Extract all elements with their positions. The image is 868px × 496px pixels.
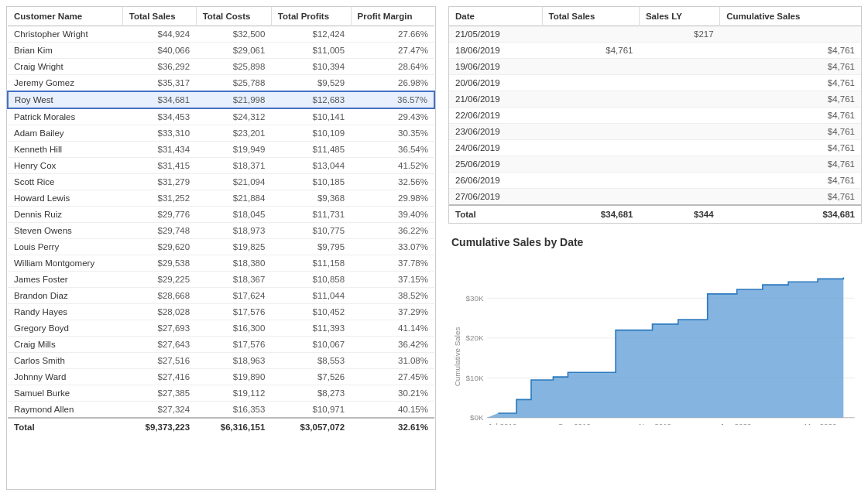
customer-name-cell: Christopher Wright xyxy=(8,26,122,43)
table-row[interactable]: Brandon Diaz$28,668$17,624$11,04438.52% xyxy=(8,288,434,304)
table-row[interactable]: 21/05/2019$217 xyxy=(449,26,861,43)
svg-text:$10K: $10K xyxy=(466,374,484,382)
value-cell: 39.40% xyxy=(351,207,434,223)
value-cell: $29,061 xyxy=(196,43,271,59)
table-row[interactable]: Johnny Ward$27,416$19,890$7,52627.45% xyxy=(8,369,434,385)
value-cell: $27,693 xyxy=(122,320,196,337)
table-row[interactable]: Brian Kim$40,066$29,061$11,00527.47% xyxy=(8,43,434,59)
value-cell: $4,761 xyxy=(720,108,861,124)
value-cell: $19,890 xyxy=(196,369,271,385)
table-row[interactable]: 27/06/2019$4,761 xyxy=(449,189,861,206)
value-cell: $18,973 xyxy=(196,223,271,239)
date-cell: 26/06/2019 xyxy=(449,173,542,189)
left-table-wrapper[interactable]: Customer Name Total Sales Total Costs To… xyxy=(7,7,435,489)
left-table-scroll-area: Customer Name Total Sales Total Costs To… xyxy=(7,7,435,489)
table-row[interactable]: 18/06/2019$4,761$4,761 xyxy=(449,43,861,59)
table-row[interactable]: 24/06/2019$4,761 xyxy=(449,140,861,156)
table-row[interactable]: Gregory Boyd$27,693$16,300$11,39341.14% xyxy=(8,320,434,337)
value-cell: $7,526 xyxy=(271,369,351,385)
value-cell: 27.45% xyxy=(351,369,434,385)
right-table-wrapper[interactable]: Date Total Sales Sales LY Cumulative Sal… xyxy=(449,7,861,223)
value-cell xyxy=(542,140,639,156)
table-row[interactable]: Jeremy Gomez$35,317$25,788$9,52926.98% xyxy=(8,75,434,92)
table-row[interactable]: Steven Owens$29,748$18,973$10,77536.22% xyxy=(8,223,434,239)
table-row[interactable]: Christopher Wright$44,924$32,500$12,4242… xyxy=(8,26,434,43)
table-row[interactable]: 21/06/2019$4,761 xyxy=(449,91,861,108)
customer-name-cell: Brian Kim xyxy=(8,43,122,59)
table-row[interactable]: 25/06/2019$4,761 xyxy=(449,156,861,173)
value-cell: 36.22% xyxy=(351,223,434,239)
value-cell: $21,884 xyxy=(196,190,271,207)
customer-name-cell: Louis Perry xyxy=(8,239,122,255)
value-cell: $27,324 xyxy=(122,402,196,419)
table-row[interactable]: 23/06/2019$4,761 xyxy=(449,124,861,140)
table-row[interactable]: William Montgomery$29,538$18,380$11,1583… xyxy=(8,255,434,272)
footer-label: Total xyxy=(449,205,542,223)
table-row[interactable]: 26/06/2019$4,761 xyxy=(449,173,861,189)
value-cell xyxy=(639,91,719,108)
col-total-profits[interactable]: Total Profits xyxy=(271,7,351,26)
customer-name-cell: Adam Bailey xyxy=(8,125,122,142)
table-row[interactable]: Carlos Smith$27,516$18,963$8,55331.08% xyxy=(8,353,434,369)
col-sales-ly[interactable]: Sales LY xyxy=(639,7,719,26)
value-cell xyxy=(639,43,719,59)
value-cell xyxy=(542,26,639,43)
value-cell: $4,761 xyxy=(542,43,639,59)
value-cell: 38.52% xyxy=(351,288,434,304)
date-cell: 18/06/2019 xyxy=(449,43,542,59)
table-row[interactable]: Scott Rice$31,279$21,094$10,18532.56% xyxy=(8,174,434,190)
table-row[interactable]: Randy Hayes$28,028$17,576$10,45237.29% xyxy=(8,304,434,320)
col-date[interactable]: Date xyxy=(449,7,542,26)
value-cell: 28.64% xyxy=(351,59,434,75)
date-cell: 21/06/2019 xyxy=(449,91,542,108)
value-cell: $8,273 xyxy=(271,385,351,402)
table-row[interactable]: 19/06/2019$4,761 xyxy=(449,59,861,75)
table-row[interactable]: Louis Perry$29,620$19,825$9,79533.07% xyxy=(8,239,434,255)
value-cell: $12,683 xyxy=(271,91,351,108)
col-right-total-sales[interactable]: Total Sales xyxy=(542,7,639,26)
value-cell xyxy=(639,108,719,124)
customer-name-cell: Gregory Boyd xyxy=(8,320,122,337)
col-cumulative-sales[interactable]: Cumulative Sales xyxy=(720,7,861,26)
col-total-sales[interactable]: Total Sales xyxy=(122,7,196,26)
customer-name-cell: Carlos Smith xyxy=(8,353,122,369)
value-cell: 30.35% xyxy=(351,125,434,142)
value-cell: $8,553 xyxy=(271,353,351,369)
table-row[interactable]: Henry Cox$31,415$18,371$13,04441.52% xyxy=(8,158,434,174)
table-row[interactable]: Dennis Ruiz$29,776$18,045$11,73139.40% xyxy=(8,207,434,223)
date-cell: 20/06/2019 xyxy=(449,75,542,91)
value-cell: $10,109 xyxy=(271,125,351,142)
left-table-total-row: Total$9,373,223$6,316,151$3,057,07232.61… xyxy=(8,418,434,436)
value-cell xyxy=(639,173,719,189)
value-cell: $25,898 xyxy=(196,59,271,75)
customer-table: Customer Name Total Sales Total Costs To… xyxy=(7,7,435,436)
table-row[interactable]: Craig Wright$36,292$25,898$10,39428.64% xyxy=(8,59,434,75)
value-cell: $16,353 xyxy=(196,402,271,419)
table-row[interactable]: James Foster$29,225$18,367$10,85837.15% xyxy=(8,272,434,288)
col-customer-name[interactable]: Customer Name xyxy=(8,7,122,26)
value-cell: 37.15% xyxy=(351,272,434,288)
table-row[interactable]: Roy West$34,681$21,998$12,68336.57% xyxy=(8,91,434,108)
value-cell: $18,380 xyxy=(196,255,271,272)
table-row[interactable]: 20/06/2019$4,761 xyxy=(449,75,861,91)
value-cell: $217 xyxy=(639,26,719,43)
table-row[interactable]: Howard Lewis$31,252$21,884$9,36829.98% xyxy=(8,190,434,207)
customer-name-cell: Howard Lewis xyxy=(8,190,122,207)
value-cell xyxy=(542,156,639,173)
value-cell: $4,761 xyxy=(720,91,861,108)
col-total-costs[interactable]: Total Costs xyxy=(196,7,271,26)
value-cell xyxy=(542,108,639,124)
value-cell: 41.52% xyxy=(351,158,434,174)
table-row[interactable]: Adam Bailey$33,310$23,201$10,10930.35% xyxy=(8,125,434,142)
table-row[interactable]: Patrick Morales$34,453$24,312$10,14129.4… xyxy=(8,108,434,125)
table-row[interactable]: Raymond Allen$27,324$16,353$10,97140.15% xyxy=(8,402,434,419)
svg-text:Nov 2019: Nov 2019 xyxy=(639,422,672,425)
value-cell: $4,761 xyxy=(720,140,861,156)
value-cell: $10,141 xyxy=(271,108,351,125)
table-row[interactable]: 22/06/2019$4,761 xyxy=(449,108,861,124)
table-row[interactable]: Craig Mills$27,643$17,576$10,06736.42% xyxy=(8,337,434,353)
table-row[interactable]: Samuel Burke$27,385$19,112$8,27330.21% xyxy=(8,385,434,402)
table-row[interactable]: Kenneth Hill$31,434$19,949$11,48536.54% xyxy=(8,142,434,158)
col-profit-margin[interactable]: Profit Margin xyxy=(351,7,434,26)
value-cell: $10,185 xyxy=(271,174,351,190)
